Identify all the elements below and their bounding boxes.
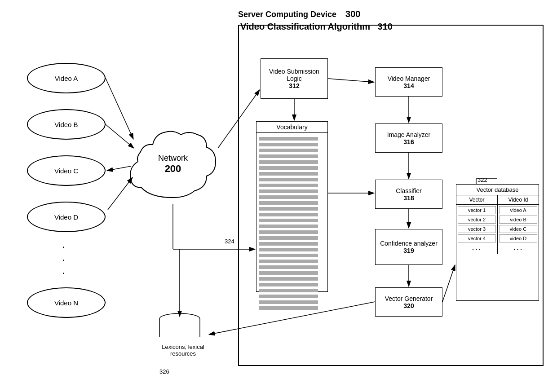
video-d-label: Video D (54, 213, 78, 221)
video-a-label: Video A (55, 75, 78, 82)
image-analyzer-box: Image Analyzer 316 (375, 123, 442, 153)
svg-line-9 (107, 166, 131, 171)
video-b-label: Video B (54, 121, 78, 128)
vector-db-number: 322 (477, 176, 487, 183)
algo-number: 310 (378, 22, 393, 31)
algo-title: Video Classification Algorithm 310 (240, 22, 393, 32)
vector-cell-2: vector 2 (458, 216, 496, 224)
confidence-analyzer-number: 319 (380, 247, 438, 254)
vector-col-header: Vector (456, 195, 497, 205)
video-dots: ··· (62, 240, 66, 279)
label-324-text: 324 (225, 238, 234, 245)
video-n-ellipse: Video N (27, 287, 106, 318)
videoid-col-header: Video Id (498, 195, 539, 205)
lexicons-label: Lexicons, lexical resources (157, 344, 209, 357)
classifier-number: 318 (396, 194, 422, 202)
video-submission-title: Video Submission Logic (261, 68, 327, 82)
classifier-box: Classifier 318 (375, 180, 442, 209)
label-326: 326 (159, 368, 169, 375)
video-a-ellipse: Video A (27, 63, 106, 93)
vector-db-label: Vector database (456, 185, 539, 195)
video-manager-title: Video Manager (388, 75, 430, 82)
vector-generator-box: Vector Generator 320 (375, 287, 442, 317)
video-submission-number: 312 (261, 82, 327, 89)
diagram: Server Computing Device 300 Video Classi… (0, 0, 557, 392)
video-submission-box: Video Submission Logic 312 (261, 58, 328, 99)
videoid-dots: ··· (498, 244, 539, 254)
video-c-ellipse: Video C (27, 155, 106, 186)
label-326-text: 326 (159, 368, 169, 375)
videoid-cell-1: video A (499, 206, 537, 214)
vector-col-ids: Video Id video A video B video C video D… (498, 195, 539, 254)
video-c-label: Video C (54, 167, 78, 175)
vector-database-box: Vector database Vector vector 1 vector 2… (456, 184, 539, 301)
vocabulary-label: Vocabulary (256, 122, 327, 133)
vector-generator-number: 320 (385, 302, 433, 309)
classifier-title: Classifier (396, 187, 422, 194)
image-analyzer-title: Image Analyzer (387, 131, 431, 138)
network-label: Network (158, 154, 188, 163)
confidence-analyzer-title: Confidence analyzer (380, 240, 438, 247)
vector-cell-4: vector 4 (458, 234, 496, 242)
videoid-cell-2: video B (499, 216, 537, 224)
videoid-cell-3: video C (499, 225, 537, 233)
vector-generator-title: Vector Generator (385, 295, 433, 302)
videoid-cell-4: video D (499, 234, 537, 242)
vector-cell-3: vector 3 (458, 225, 496, 233)
server-label: Server Computing Device (238, 10, 336, 19)
confidence-analyzer-box: Confidence analyzer 319 (375, 229, 442, 265)
video-d-ellipse: Video D (27, 202, 106, 232)
network-cloud: Network 200 (128, 121, 218, 207)
network-number: 200 (158, 163, 188, 175)
label-324: 324 (225, 238, 234, 245)
algo-label: Video Classification Algorithm (240, 22, 370, 31)
server-title: Server Computing Device 300 (238, 9, 360, 19)
vector-col-vectors: Vector vector 1 vector 2 vector 3 vector… (456, 195, 498, 254)
video-b-ellipse: Video B (27, 109, 106, 140)
vector-db-columns: Vector vector 1 vector 2 vector 3 vector… (456, 195, 539, 254)
vector-cell-1: vector 1 (458, 206, 496, 214)
video-manager-box: Video Manager 314 (375, 67, 442, 97)
vocabulary-box: Vocabulary (256, 121, 328, 292)
server-number: 300 (345, 9, 360, 19)
video-n-label: Video N (54, 299, 78, 307)
lexicons-label-box: Lexicons, lexical resources (157, 337, 209, 364)
vector-dots: ··· (456, 244, 497, 254)
vocabulary-lines (256, 133, 327, 314)
label-322: 322 (477, 176, 487, 183)
image-analyzer-number: 316 (387, 138, 431, 145)
video-manager-number: 314 (388, 82, 430, 89)
